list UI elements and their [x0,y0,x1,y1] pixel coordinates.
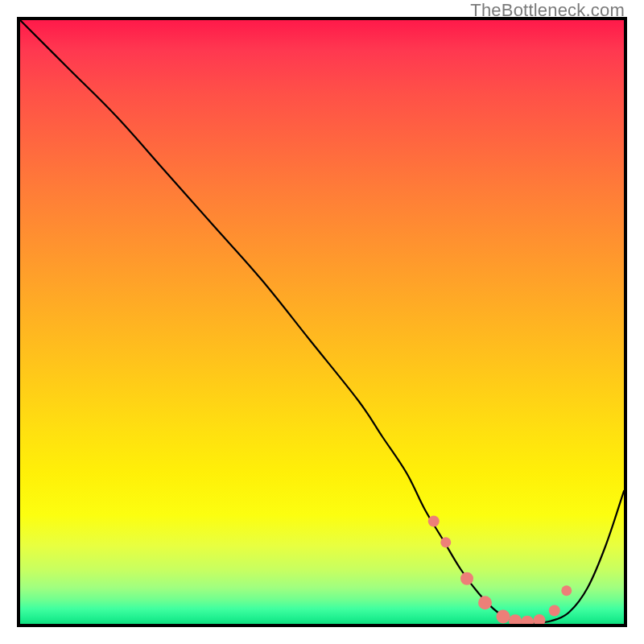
marker-dot [521,616,534,624]
marker-dot [478,596,492,609]
curve-layer [20,20,624,624]
highlight-markers [428,516,572,625]
marker-dot [440,537,451,547]
marker-dot [534,614,546,624]
marker-dot [561,585,572,596]
plot-area [17,17,627,627]
marker-dot [460,572,473,585]
chart-container: TheBottleneck.com [0,0,644,644]
marker-dot [428,516,440,527]
marker-dot [549,605,560,617]
bottleneck-curve [20,20,624,623]
marker-dot [497,610,510,624]
marker-dot [509,614,522,624]
